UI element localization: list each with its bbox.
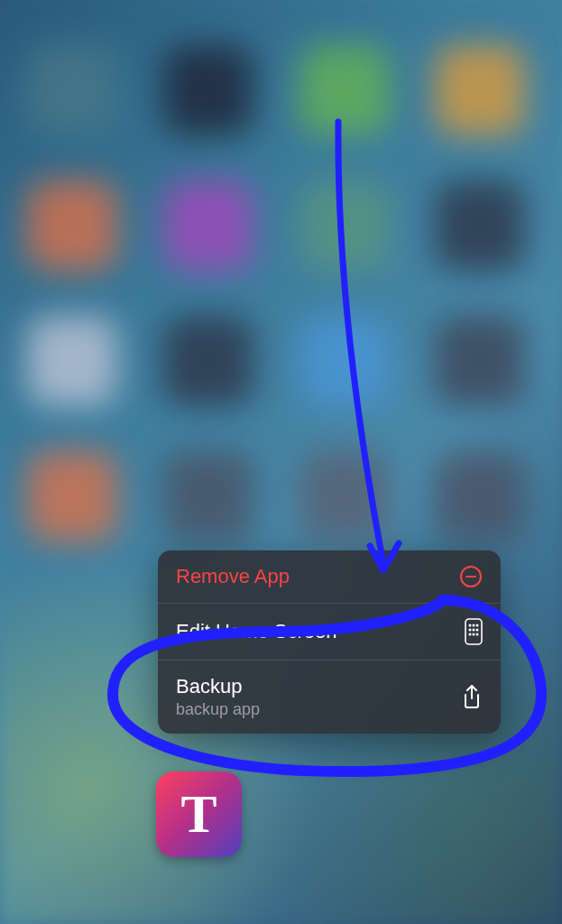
svg-rect-2 (465, 619, 482, 644)
svg-point-10 (473, 633, 475, 636)
blurred-app-icon (299, 180, 390, 271)
svg-point-7 (473, 629, 475, 632)
app-context-menu: Remove App Edit Home Screen (158, 550, 501, 734)
svg-point-4 (473, 624, 475, 627)
remove-app-label: Remove App (176, 565, 290, 588)
svg-point-6 (469, 629, 472, 632)
edit-home-screen-menu-item[interactable]: Edit Home Screen (158, 604, 501, 661)
blurred-app-icon (435, 451, 525, 541)
svg-point-9 (469, 633, 472, 636)
app-icon[interactable]: T (156, 772, 242, 857)
blurred-app-icon (299, 316, 390, 406)
edit-home-screen-label: Edit Home Screen (176, 620, 337, 643)
blurred-app-icon (163, 451, 253, 541)
blurred-app-icon (435, 180, 525, 271)
blurred-app-icon (435, 316, 525, 406)
svg-point-5 (476, 624, 479, 627)
svg-point-3 (469, 624, 472, 627)
apps-grid-icon (465, 618, 483, 645)
share-icon (461, 684, 483, 711)
blurred-app-icon (435, 45, 525, 135)
minus-circle-icon (459, 565, 483, 588)
blurred-app-icon (27, 45, 117, 135)
app-icon-letter: T (180, 783, 217, 845)
blurred-app-icon (27, 180, 117, 271)
svg-point-8 (476, 629, 479, 632)
backup-label: Backup (176, 675, 260, 698)
blurred-app-icon (163, 316, 253, 406)
blurred-app-icon (27, 316, 117, 406)
blurred-app-icon (299, 45, 390, 135)
home-screen-icons-blurred (27, 45, 535, 541)
remove-app-menu-item[interactable]: Remove App (158, 550, 501, 604)
blurred-app-icon (27, 451, 117, 541)
backup-menu-item[interactable]: Backup backup app (158, 661, 501, 734)
blurred-app-icon (163, 180, 253, 271)
svg-point-11 (476, 633, 479, 636)
blurred-app-icon (163, 45, 253, 135)
backup-sublabel: backup app (176, 700, 260, 719)
blurred-app-icon (299, 451, 390, 541)
